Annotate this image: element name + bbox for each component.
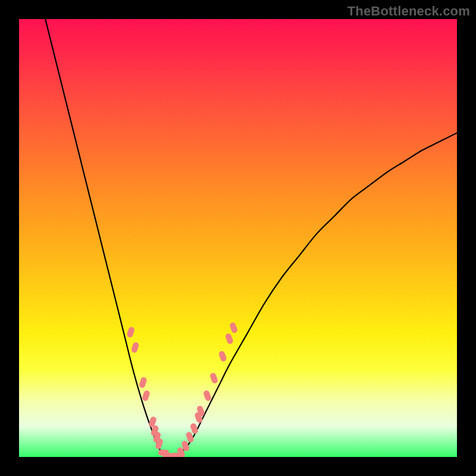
curve-marker xyxy=(218,350,227,362)
markers-group xyxy=(126,322,238,457)
curve-marker xyxy=(142,390,151,402)
curve-marker xyxy=(139,377,148,389)
right-curve xyxy=(168,133,457,457)
curve-marker xyxy=(209,372,219,384)
left-curve xyxy=(45,19,168,457)
watermark-text: TheBottleneck.com xyxy=(347,4,470,19)
curve-marker xyxy=(126,326,135,338)
curve-group xyxy=(45,19,457,457)
chart-container: TheBottleneck.com xyxy=(0,0,476,476)
curve-marker xyxy=(131,342,140,353)
chart-svg xyxy=(19,19,457,457)
curve-marker xyxy=(203,390,212,402)
curve-marker xyxy=(225,333,234,345)
plot-area xyxy=(19,19,457,457)
curve-marker xyxy=(229,322,239,334)
